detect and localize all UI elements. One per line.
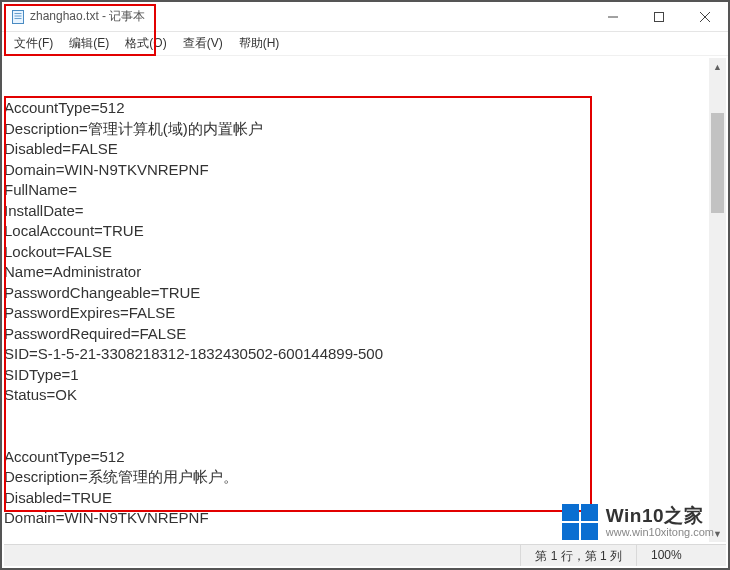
menu-help[interactable]: 帮助(H) — [231, 33, 288, 54]
vertical-scrollbar[interactable]: ▲ ▼ — [709, 58, 726, 542]
notepad-icon — [10, 9, 26, 25]
text-area[interactable]: AccountType=512 Description=管理计算机(域)的内置帐… — [4, 58, 708, 542]
menubar: 文件(F) 编辑(E) 格式(O) 查看(V) 帮助(H) — [2, 32, 728, 56]
svg-rect-5 — [655, 13, 664, 22]
minimize-button[interactable] — [590, 2, 636, 32]
close-button[interactable] — [682, 2, 728, 32]
statusbar: 第 1 行，第 1 列 100% — [4, 544, 726, 566]
watermark-url: www.win10xitong.com — [606, 526, 714, 538]
watermark-brand: Win10之家 — [606, 506, 714, 527]
status-spacer — [4, 545, 520, 566]
app-window: zhanghao.txt - 记事本 文件(F) 编辑(E) 格式(O) 查看(… — [0, 0, 730, 570]
watermark: Win10之家 www.win10xitong.com — [562, 504, 714, 540]
maximize-button[interactable] — [636, 2, 682, 32]
menu-edit[interactable]: 编辑(E) — [61, 33, 117, 54]
status-position: 第 1 行，第 1 列 — [520, 545, 636, 566]
window-title: zhanghao.txt - 记事本 — [30, 8, 145, 25]
status-zoom: 100% — [636, 545, 726, 566]
titlebar[interactable]: zhanghao.txt - 记事本 — [2, 2, 728, 32]
window-controls — [590, 2, 728, 32]
editor-viewport: AccountType=512 Description=管理计算机(域)的内置帐… — [4, 58, 726, 542]
scroll-up-icon[interactable]: ▲ — [709, 58, 726, 75]
svg-rect-0 — [13, 10, 24, 23]
menu-view[interactable]: 查看(V) — [175, 33, 231, 54]
scroll-thumb[interactable] — [711, 113, 724, 213]
windows-logo-icon — [562, 504, 598, 540]
menu-format[interactable]: 格式(O) — [117, 33, 174, 54]
menu-file[interactable]: 文件(F) — [6, 33, 61, 54]
